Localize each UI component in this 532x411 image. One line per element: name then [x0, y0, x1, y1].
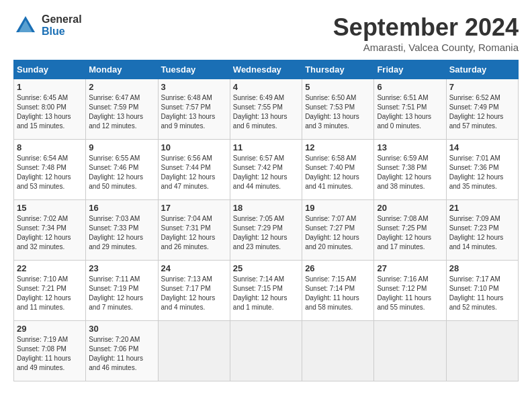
- day-info: Sunrise: 7:02 AM Sunset: 7:34 PM Dayligh…: [17, 214, 83, 252]
- table-row: 22Sunrise: 7:10 AM Sunset: 7:21 PM Dayli…: [14, 261, 86, 321]
- day-info: Sunrise: 7:10 AM Sunset: 7:21 PM Dayligh…: [17, 275, 83, 312]
- day-info: Sunrise: 6:55 AM Sunset: 7:46 PM Dayligh…: [89, 154, 154, 191]
- day-number: 1: [17, 82, 83, 92]
- header-sunday: Sunday: [14, 60, 86, 79]
- table-row: 18Sunrise: 7:05 AM Sunset: 7:29 PM Dayli…: [230, 200, 302, 261]
- calendar-row: 15Sunrise: 7:02 AM Sunset: 7:34 PM Dayli…: [14, 200, 519, 261]
- header-row: Sunday Monday Tuesday Wednesday Thursday…: [14, 60, 519, 79]
- logo-blue: Blue: [42, 26, 82, 38]
- day-number: 17: [161, 203, 227, 213]
- day-info: Sunrise: 7:19 AM Sunset: 7:08 PM Dayligh…: [17, 335, 83, 373]
- day-number: 28: [449, 263, 515, 273]
- table-row: [158, 321, 230, 381]
- day-number: 18: [233, 203, 299, 213]
- header-monday: Monday: [86, 60, 158, 79]
- table-row: 24Sunrise: 7:13 AM Sunset: 7:17 PM Dayli…: [158, 261, 230, 321]
- day-number: 3: [161, 82, 227, 92]
- day-info: Sunrise: 6:59 AM Sunset: 7:38 PM Dayligh…: [377, 154, 443, 191]
- header-friday: Friday: [374, 60, 446, 79]
- day-number: 9: [89, 142, 154, 152]
- calendar-row: 8Sunrise: 6:54 AM Sunset: 7:48 PM Daylig…: [14, 140, 519, 200]
- table-row: 14Sunrise: 7:01 AM Sunset: 7:36 PM Dayli…: [446, 140, 518, 200]
- table-row: 20Sunrise: 7:08 AM Sunset: 7:25 PM Dayli…: [374, 200, 446, 261]
- day-info: Sunrise: 7:07 AM Sunset: 7:27 PM Dayligh…: [305, 214, 371, 252]
- day-number: 27: [377, 263, 443, 273]
- table-row: 25Sunrise: 7:14 AM Sunset: 7:15 PM Dayli…: [230, 261, 302, 321]
- table-row: 15Sunrise: 7:02 AM Sunset: 7:34 PM Dayli…: [14, 200, 86, 261]
- day-info: Sunrise: 7:20 AM Sunset: 7:06 PM Dayligh…: [89, 335, 154, 373]
- header-tuesday: Tuesday: [158, 60, 230, 79]
- day-number: 26: [305, 263, 371, 273]
- table-row: 28Sunrise: 7:17 AM Sunset: 7:10 PM Dayli…: [446, 261, 518, 321]
- day-info: Sunrise: 7:04 AM Sunset: 7:31 PM Dayligh…: [161, 214, 227, 252]
- day-number: 6: [377, 82, 443, 92]
- month-title: September 2024: [333, 13, 519, 42]
- table-row: 19Sunrise: 7:07 AM Sunset: 7:27 PM Dayli…: [302, 200, 374, 261]
- day-info: Sunrise: 7:15 AM Sunset: 7:14 PM Dayligh…: [305, 275, 371, 312]
- table-row: 4Sunrise: 6:49 AM Sunset: 7:55 PM Daylig…: [230, 79, 302, 140]
- day-info: Sunrise: 7:17 AM Sunset: 7:10 PM Dayligh…: [449, 275, 515, 312]
- day-info: Sunrise: 7:05 AM Sunset: 7:29 PM Dayligh…: [233, 214, 299, 252]
- day-info: Sunrise: 6:49 AM Sunset: 7:55 PM Dayligh…: [233, 93, 299, 131]
- day-number: 5: [305, 82, 371, 92]
- day-info: Sunrise: 7:08 AM Sunset: 7:25 PM Dayligh…: [377, 214, 443, 252]
- table-row: 27Sunrise: 7:16 AM Sunset: 7:12 PM Dayli…: [374, 261, 446, 321]
- day-number: 13: [377, 142, 443, 152]
- table-row: [230, 321, 302, 381]
- day-number: 7: [449, 82, 515, 92]
- location-subtitle: Amarasti, Valcea County, Romania: [333, 42, 519, 53]
- table-row: [374, 321, 446, 381]
- header-thursday: Thursday: [302, 60, 374, 79]
- table-row: 13Sunrise: 6:59 AM Sunset: 7:38 PM Dayli…: [374, 140, 446, 200]
- table-row: 23Sunrise: 7:11 AM Sunset: 7:19 PM Dayli…: [86, 261, 158, 321]
- day-info: Sunrise: 7:14 AM Sunset: 7:15 PM Dayligh…: [233, 275, 299, 312]
- day-number: 8: [17, 142, 83, 152]
- logo-general: General: [42, 13, 82, 26]
- table-row: 30Sunrise: 7:20 AM Sunset: 7:06 PM Dayli…: [86, 321, 158, 381]
- calendar-table: Sunday Monday Tuesday Wednesday Thursday…: [13, 60, 519, 381]
- table-row: 10Sunrise: 6:56 AM Sunset: 7:44 PM Dayli…: [158, 140, 230, 200]
- page-header: General Blue September 2024 Amarasti, Va…: [13, 13, 519, 53]
- day-number: 29: [17, 324, 83, 334]
- title-block: September 2024 Amarasti, Valcea County, …: [333, 13, 519, 53]
- day-info: Sunrise: 7:01 AM Sunset: 7:36 PM Dayligh…: [449, 154, 515, 191]
- table-row: 8Sunrise: 6:54 AM Sunset: 7:48 PM Daylig…: [14, 140, 86, 200]
- day-number: 2: [89, 82, 154, 92]
- table-row: 7Sunrise: 6:52 AM Sunset: 7:49 PM Daylig…: [446, 79, 518, 140]
- day-number: 22: [17, 263, 83, 273]
- day-number: 14: [449, 142, 515, 152]
- table-row: 9Sunrise: 6:55 AM Sunset: 7:46 PM Daylig…: [86, 140, 158, 200]
- header-wednesday: Wednesday: [230, 60, 302, 79]
- table-row: 17Sunrise: 7:04 AM Sunset: 7:31 PM Dayli…: [158, 200, 230, 261]
- table-row: [446, 321, 518, 381]
- day-number: 25: [233, 263, 299, 273]
- table-row: 26Sunrise: 7:15 AM Sunset: 7:14 PM Dayli…: [302, 261, 374, 321]
- day-info: Sunrise: 6:56 AM Sunset: 7:44 PM Dayligh…: [161, 154, 227, 191]
- day-info: Sunrise: 7:16 AM Sunset: 7:12 PM Dayligh…: [377, 275, 443, 312]
- day-number: 24: [161, 263, 227, 273]
- day-info: Sunrise: 6:50 AM Sunset: 7:53 PM Dayligh…: [305, 93, 371, 131]
- day-info: Sunrise: 7:03 AM Sunset: 7:33 PM Dayligh…: [89, 214, 154, 252]
- logo-text: General Blue: [42, 13, 82, 37]
- table-row: 21Sunrise: 7:09 AM Sunset: 7:23 PM Dayli…: [446, 200, 518, 261]
- day-info: Sunrise: 6:54 AM Sunset: 7:48 PM Dayligh…: [17, 154, 83, 191]
- table-row: [302, 321, 374, 381]
- calendar-body: 1Sunrise: 6:45 AM Sunset: 8:00 PM Daylig…: [14, 79, 519, 381]
- table-row: 12Sunrise: 6:58 AM Sunset: 7:40 PM Dayli…: [302, 140, 374, 200]
- header-saturday: Saturday: [446, 60, 518, 79]
- day-number: 19: [305, 203, 371, 213]
- day-number: 10: [161, 142, 227, 152]
- day-info: Sunrise: 7:09 AM Sunset: 7:23 PM Dayligh…: [449, 214, 515, 252]
- day-info: Sunrise: 6:52 AM Sunset: 7:49 PM Dayligh…: [449, 93, 515, 131]
- day-number: 21: [449, 203, 515, 213]
- day-number: 12: [305, 142, 371, 152]
- day-info: Sunrise: 6:45 AM Sunset: 8:00 PM Dayligh…: [17, 93, 83, 131]
- logo-icon: [13, 13, 38, 38]
- logo: General Blue: [13, 13, 82, 38]
- table-row: 16Sunrise: 7:03 AM Sunset: 7:33 PM Dayli…: [86, 200, 158, 261]
- day-info: Sunrise: 6:58 AM Sunset: 7:40 PM Dayligh…: [305, 154, 371, 191]
- table-row: 29Sunrise: 7:19 AM Sunset: 7:08 PM Dayli…: [14, 321, 86, 381]
- table-row: 6Sunrise: 6:51 AM Sunset: 7:51 PM Daylig…: [374, 79, 446, 140]
- calendar-row: 29Sunrise: 7:19 AM Sunset: 7:08 PM Dayli…: [14, 321, 519, 381]
- day-info: Sunrise: 6:57 AM Sunset: 7:42 PM Dayligh…: [233, 154, 299, 191]
